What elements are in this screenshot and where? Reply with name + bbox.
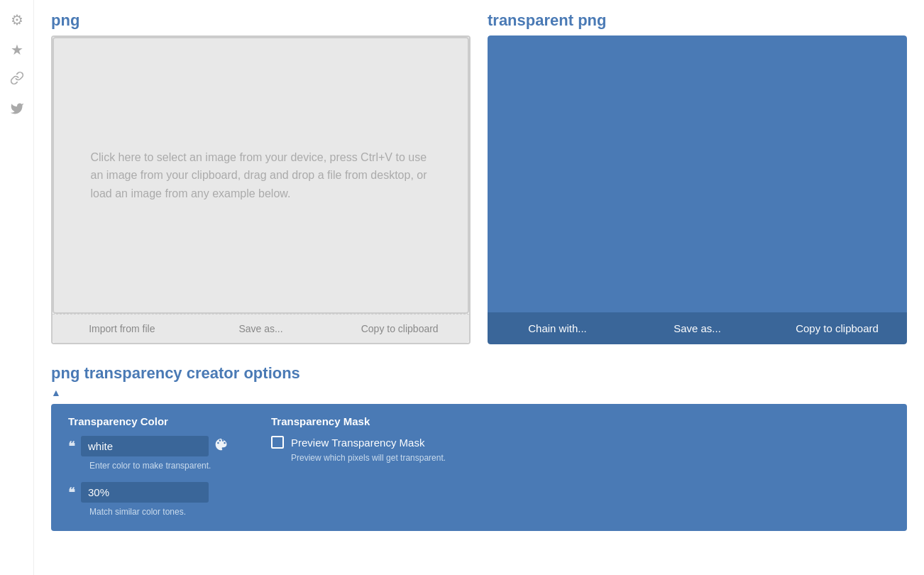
gear-icon[interactable]: ⚙ bbox=[11, 11, 23, 28]
png-save-as-button[interactable]: Save as... bbox=[192, 314, 331, 343]
options-arrow: ▲ bbox=[51, 387, 907, 398]
options-panel: Transparency Color ❝ Enter color to make… bbox=[51, 404, 907, 531]
transparency-mask-group: Transparency Mask Preview Transparency M… bbox=[271, 415, 446, 517]
transparent-actions: Chain with... Save as... Copy to clipboa… bbox=[488, 312, 907, 344]
transparent-save-as-button[interactable]: Save as... bbox=[627, 312, 767, 344]
tolerance-hint: Match similar color tones. bbox=[89, 507, 229, 517]
png-copy-clipboard-button[interactable]: Copy to clipboard bbox=[330, 314, 469, 343]
link-icon[interactable] bbox=[10, 71, 24, 89]
transparency-color-group: Transparency Color ❝ Enter color to make… bbox=[68, 415, 229, 517]
preview-mask-checkbox-label: Preview Transparency Mask bbox=[291, 437, 424, 449]
main-content: png Click here to select an image from y… bbox=[34, 0, 924, 542]
transparent-copy-clipboard-button[interactable]: Copy to clipboard bbox=[767, 312, 907, 344]
color-input-hint: Enter color to make transparent. bbox=[89, 461, 229, 471]
sidebar: ⚙ ★ bbox=[0, 0, 34, 575]
top-panels: png Click here to select an image from y… bbox=[51, 11, 907, 344]
preview-mask-row: Preview Transparency Mask bbox=[271, 436, 446, 449]
tolerance-input-row: ❝ bbox=[68, 482, 229, 503]
color-input-field[interactable] bbox=[81, 436, 209, 456]
transparency-color-label: Transparency Color bbox=[68, 415, 229, 427]
import-from-file-button[interactable]: Import from file bbox=[53, 314, 192, 343]
image-drop-area[interactable]: Click here to select an image from your … bbox=[53, 37, 469, 314]
preview-mask-hint: Preview which pixels will get transparen… bbox=[291, 453, 446, 463]
chain-with-button[interactable]: Chain with... bbox=[488, 312, 627, 344]
transparent-title: transparent png bbox=[488, 11, 907, 30]
tolerance-quote-icon: ❝ bbox=[68, 485, 75, 500]
color-quote-icon: ❝ bbox=[68, 439, 75, 454]
palette-icon[interactable] bbox=[214, 437, 229, 455]
tolerance-input-field[interactable] bbox=[81, 482, 209, 503]
twitter-icon[interactable] bbox=[10, 102, 24, 119]
png-panel: png Click here to select an image from y… bbox=[51, 11, 471, 344]
options-title: png transparency creator options bbox=[51, 364, 300, 387]
transparency-mask-label: Transparency Mask bbox=[271, 415, 446, 427]
preview-mask-checkbox[interactable] bbox=[271, 436, 284, 449]
transparent-panel: transparent png Chain with... Save as...… bbox=[488, 11, 907, 344]
star-icon[interactable]: ★ bbox=[11, 41, 23, 58]
png-actions: Import from file Save as... Copy to clip… bbox=[53, 314, 469, 343]
png-title: png bbox=[51, 11, 471, 30]
drop-instructions: Click here to select an image from your … bbox=[91, 148, 431, 203]
options-section: png transparency creator options ▲ Trans… bbox=[51, 364, 907, 531]
color-input-row: ❝ bbox=[68, 436, 229, 456]
transparent-preview-area bbox=[488, 35, 907, 312]
